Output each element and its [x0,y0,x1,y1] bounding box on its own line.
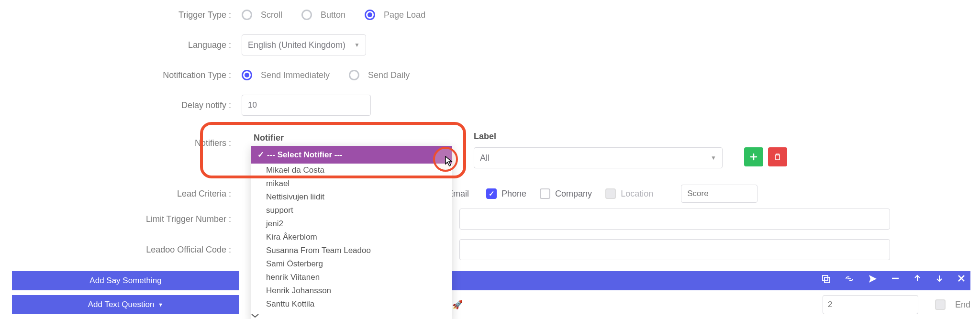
svg-rect-0 [823,275,828,281]
notifier-option[interactable]: Nettisivujen liidit [251,190,452,204]
criteria-company-label: Company [555,189,592,199]
add-text-question-button[interactable]: Add Text Question ▼ [12,295,239,314]
lead-criteria-label: Lead Criteria : [0,189,242,199]
criteria-location-checkbox[interactable] [605,188,616,199]
notifiers-label: Notifiers : [0,138,242,148]
notifier-option[interactable]: Sami Österberg [251,257,452,271]
radio-pageload-label: Page Load [384,10,425,20]
radio-daily-label: Send Daily [368,70,410,80]
notifier-option[interactable]: Susanna From Team Leadoo [251,244,452,257]
delay-notify-label: Delay notify : [0,100,242,110]
notifier-option[interactable]: Henrik Johansson [251,284,452,297]
end-label: End [955,300,970,310]
add-notifier-button[interactable] [744,147,763,166]
send-icon[interactable] [868,274,878,284]
caret-down-icon: ▼ [158,302,163,308]
limit-trigger-input[interactable] [459,209,890,230]
link-icon[interactable] [844,274,855,284]
delay-notify-input[interactable] [242,95,371,116]
notifier-option[interactable]: Santtu Kottila [251,297,452,311]
language-select[interactable]: English (United Kingdom) ▼ [242,34,366,55]
minimize-icon[interactable] [891,274,900,284]
check-icon: ✓ [257,150,264,160]
add-text-label: Add Text Question [88,300,155,309]
language-value: English (United Kingdom) [248,40,345,50]
notifier-dropdown-header[interactable]: ✓ --- Select Notifier --- [251,146,452,164]
svg-rect-1 [824,277,830,283]
copy-icon[interactable] [821,274,831,284]
notifier-option[interactable]: henrik Viitanen [251,271,452,284]
arrow-up-icon[interactable] [913,274,922,284]
radio-immediate-label: Send Immediately [261,70,330,80]
notifier-option[interactable]: support [251,204,452,217]
add-say-label: Add Say Something [89,276,161,286]
delete-notifier-button[interactable] [768,147,787,166]
notifier-selected: --- Select Notifier --- [267,150,343,160]
notification-type-label: Notification Type : [0,70,242,80]
plus-icon [750,153,757,161]
notifier-heading: Notifier [254,133,284,143]
dropdown-more[interactable] [251,311,452,319]
radio-scroll[interactable] [242,10,252,20]
radio-scroll-label: Scroll [261,10,282,20]
arrow-down-icon[interactable] [935,274,944,284]
label-heading: Label [474,132,723,142]
radio-pageload[interactable] [365,10,375,20]
criteria-location-label: Location [621,189,653,199]
criteria-phone-label: Phone [501,189,526,199]
label-value: All [480,153,490,163]
close-icon[interactable] [957,274,966,284]
radio-button-label: Button [321,10,345,20]
score-input[interactable] [681,185,757,203]
notifier-option[interactable]: jeni2 [251,217,452,231]
radio-send-daily[interactable] [349,70,359,80]
label-select[interactable]: All ▼ [474,147,723,168]
limit-trigger-label: Limit Trigger Number : [0,214,242,224]
language-label: Language : [0,40,242,50]
trigger-type-label: Trigger Type : [0,10,242,20]
notifier-option[interactable]: Mikael da Costa [251,164,452,177]
criteria-company-checkbox[interactable] [540,188,550,199]
radio-button[interactable] [301,10,312,20]
add-say-something-button[interactable]: Add Say Something [12,271,239,290]
radio-send-immediately[interactable] [242,70,252,80]
notifier-option[interactable]: Kira Åkerblom [251,231,452,244]
sequence-input[interactable] [823,295,918,314]
leadoo-code-input[interactable] [459,239,890,260]
end-checkbox[interactable] [935,299,946,310]
notifier-dropdown[interactable]: ✓ --- Select Notifier --- Mikael da Cost… [251,146,452,319]
trash-icon [774,153,781,161]
chevron-down-icon: ▼ [711,154,716,161]
criteria-phone-checkbox[interactable] [486,188,497,199]
chevron-down-icon: ▼ [354,42,360,48]
leadoo-code-label: Leadoo Official Code : [0,245,242,255]
notifier-option[interactable]: mikael [251,177,452,190]
